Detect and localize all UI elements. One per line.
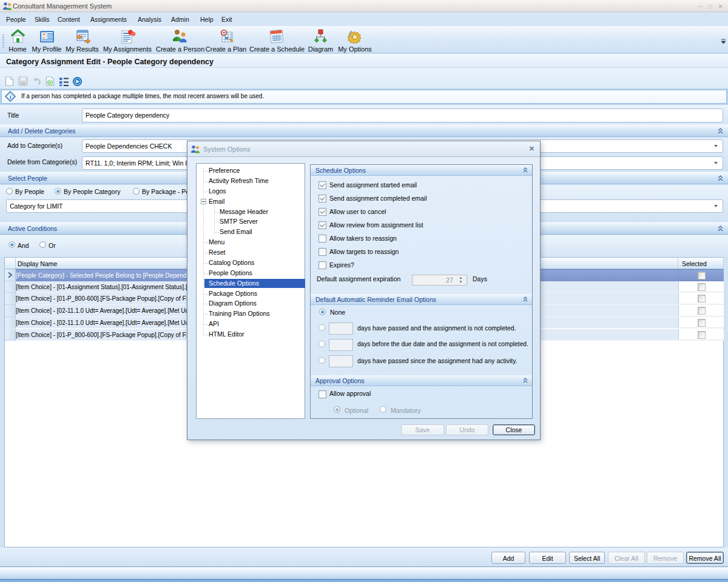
svg-text:i: i [10, 93, 12, 100]
